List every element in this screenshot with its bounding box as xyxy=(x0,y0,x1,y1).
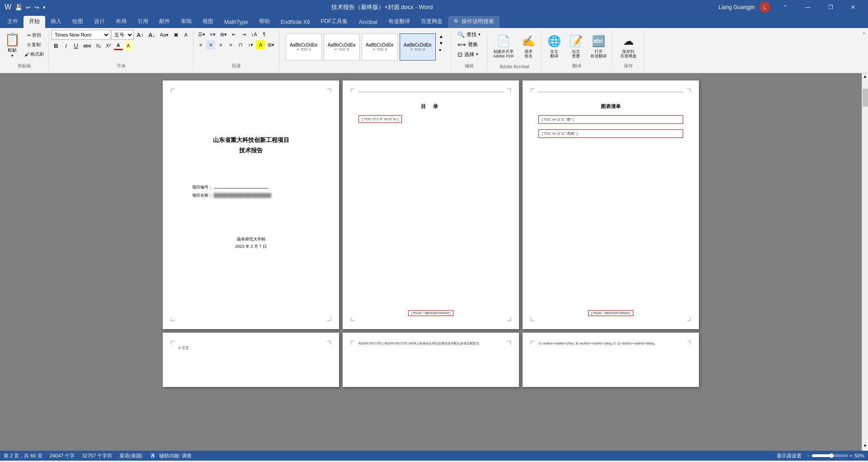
table-field-box[interactable]: { TOC \H \Z \C "表格" } xyxy=(538,129,683,138)
font-size-select[interactable]: 五号 xyxy=(111,30,134,40)
cover-project-no: 项目编号： 项目名称： ████████████████████ xyxy=(179,183,323,199)
paper-check-button[interactable]: 📝 论文查重 xyxy=(566,32,586,62)
clear-format-button[interactable]: ✖ xyxy=(171,30,180,39)
tab-draw[interactable]: 绘图 xyxy=(67,16,89,28)
zoom-slider[interactable] xyxy=(812,454,848,457)
save-icon[interactable]: 💾 xyxy=(15,4,22,11)
scroll-thumb[interactable] xyxy=(863,89,868,107)
align-center-button[interactable]: ≡ xyxy=(206,40,215,49)
select-button[interactable]: ⊡ 选择 ▾ xyxy=(455,50,481,59)
increase-font-button[interactable]: A↑ xyxy=(135,30,146,39)
tab-mailings[interactable]: 邮件 xyxy=(154,16,175,28)
decrease-indent-button[interactable]: ⇤ xyxy=(230,30,239,39)
tab-references[interactable]: 引用 xyxy=(132,16,154,28)
zoom-level[interactable]: 50% xyxy=(854,453,864,458)
tab-search[interactable]: 🔍 操作说明搜索 xyxy=(448,16,500,28)
create-pdf-button[interactable]: 📄 创建并共享Adobe PDF xyxy=(490,32,517,62)
italic-button[interactable]: I xyxy=(61,41,71,50)
style-toc4[interactable]: AaBbCcDdEe ↵ TOC 4 xyxy=(286,33,322,61)
justify-button[interactable]: ≡ xyxy=(226,40,235,49)
restore-button[interactable]: ❐ xyxy=(820,0,841,14)
column-break-button[interactable]: ⊓ xyxy=(236,40,245,49)
align-left-button[interactable]: ≡ xyxy=(196,40,205,49)
decrease-font-button[interactable]: A↓ xyxy=(146,30,157,39)
tab-help[interactable]: 帮助 xyxy=(254,16,275,28)
format-painter-button[interactable]: 🖌 格式刷 xyxy=(23,50,46,59)
toc-field-box[interactable]: { TOC O"1-3" \H \Z \U } xyxy=(359,115,402,123)
multilevel-list-button[interactable]: ⊞▾ xyxy=(218,30,229,39)
style-toc9[interactable]: AaBbCcDdEe ↵ TOC 9 xyxy=(400,33,436,61)
cut-button[interactable]: ✂ 剪切 xyxy=(23,31,46,40)
paragraph-row-2: ≡ ≡ ≡ ≡ ⊓ ↕▾ A ⊞▾ xyxy=(196,40,276,49)
strikethrough-button[interactable]: abc xyxy=(81,41,93,50)
sort-button[interactable]: ↕A xyxy=(250,30,259,39)
display-settings[interactable]: 显示器设置 xyxy=(777,453,802,459)
figure-page-field[interactable]: { PAGE * MERGEFORMAT} xyxy=(588,310,634,316)
style-toc8[interactable]: AaBbCcDdEe ↵ TOC 8 xyxy=(362,33,398,61)
language[interactable]: 英语(美国) xyxy=(119,453,142,459)
close-button[interactable]: ✕ xyxy=(843,0,863,14)
select-dropdown[interactable]: ▾ xyxy=(476,52,478,57)
tab-view[interactable]: 视图 xyxy=(197,16,219,28)
zoom-in-button[interactable]: + xyxy=(850,453,853,458)
ribbon-toggle[interactable]: ⌃ xyxy=(775,0,796,14)
highlight-button[interactable]: A xyxy=(124,41,133,50)
tab-insert[interactable]: 插入 xyxy=(45,16,67,28)
open-youdao-button[interactable]: 🔤 打开有道翻译 xyxy=(588,32,609,62)
tab-mathtype[interactable]: MathType xyxy=(219,17,254,28)
save-baidu-button[interactable]: ☁ 保存到百度网盘 xyxy=(618,32,639,62)
request-sign-button[interactable]: ✍ 请求签名 xyxy=(519,32,538,62)
copy-button[interactable]: ⎘ 复制 xyxy=(23,40,46,49)
border-button[interactable]: ⊞▾ xyxy=(266,40,276,49)
redo-icon[interactable]: ↪ xyxy=(34,4,39,11)
align-right-button[interactable]: ≡ xyxy=(216,40,225,49)
tab-endnote[interactable]: EndNote X9 xyxy=(275,17,316,28)
minimize-button[interactable]: — xyxy=(797,0,818,14)
zoom-thumb[interactable] xyxy=(829,453,834,458)
find-dropdown[interactable]: ▾ xyxy=(478,32,481,37)
tab-pdf[interactable]: PDF工具集 xyxy=(315,16,353,28)
tab-layout[interactable]: 布局 xyxy=(110,16,132,28)
tab-acrobat[interactable]: Acrobat xyxy=(353,17,382,28)
styles-expand[interactable]: ▾ xyxy=(438,47,445,53)
replace-button[interactable]: ⟺ 替换 xyxy=(455,40,481,49)
increase-indent-button[interactable]: ⇥ xyxy=(240,30,249,39)
show-marks-button[interactable]: ¶ xyxy=(260,30,269,39)
text-effects-button[interactable]: A xyxy=(181,30,190,39)
document-area[interactable]: 山东省重大科技创新工程项目 技术报告 项目编号： 项目名称： █████████… xyxy=(0,73,862,451)
underline-button[interactable]: U xyxy=(71,41,80,50)
tab-youdao[interactable]: 有道翻译 xyxy=(383,16,415,28)
toc-page-field[interactable]: { PAGE * MERGEFORMAT} xyxy=(408,310,454,316)
baidu-icon: ☁ xyxy=(623,35,634,48)
scroll-up-button[interactable]: ▲ xyxy=(862,73,868,80)
styles-scroll-up[interactable]: ▲ xyxy=(438,33,445,39)
paste-dropdown[interactable]: ▾ xyxy=(11,53,14,58)
full-translate-button[interactable]: 🌐 全文翻译 xyxy=(544,32,564,62)
subscript-button[interactable]: X₂ xyxy=(94,41,103,50)
bullet-list-button[interactable]: ☰▾ xyxy=(196,30,207,39)
line-spacing-button[interactable]: ↕▾ xyxy=(246,40,255,49)
tab-design[interactable]: 设计 xyxy=(89,16,110,28)
font-color-button[interactable]: A xyxy=(114,41,123,50)
number-list-button[interactable]: ≡▾ xyxy=(208,30,217,39)
paste-button[interactable]: 📋 粘贴 ▾ xyxy=(3,30,22,60)
styles-scroll-down[interactable]: ▼ xyxy=(438,40,445,46)
ribbon-expand[interactable]: ⌃ xyxy=(860,30,868,71)
tab-file[interactable]: 文件 xyxy=(2,16,24,28)
superscript-button[interactable]: X² xyxy=(104,41,113,50)
shading-button[interactable]: A xyxy=(256,40,265,49)
scroll-down-button[interactable]: ▼ xyxy=(862,443,868,449)
figure-field-box[interactable]: { TOC \H \Z \C "图" } xyxy=(538,115,683,124)
bold-button[interactable]: B xyxy=(52,41,61,50)
zoom-out-button[interactable]: − xyxy=(807,453,810,458)
undo-icon[interactable]: ↩ xyxy=(26,4,31,11)
find-button[interactable]: 🔍 查找 ▾ xyxy=(455,30,483,39)
tab-home[interactable]: 开始 xyxy=(24,16,45,28)
change-case-button[interactable]: Aa▾ xyxy=(158,30,170,39)
font-family-select[interactable]: Times New Rom xyxy=(52,30,110,40)
tab-baidu[interactable]: 百度网盘 xyxy=(415,16,448,28)
style-toc6[interactable]: AaBbCcDdEe ↵ TOC 6 xyxy=(324,33,360,61)
user-avatar[interactable]: L xyxy=(760,2,770,13)
tab-review[interactable]: 审阅 xyxy=(175,16,197,28)
vertical-scrollbar[interactable]: ▲ ▼ xyxy=(862,73,868,451)
